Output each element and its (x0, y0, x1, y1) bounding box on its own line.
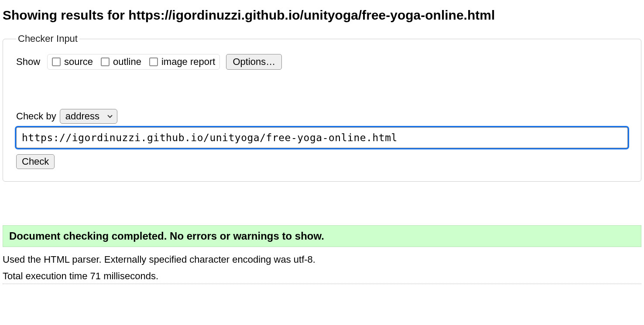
show-label: Show (16, 56, 40, 68)
page-title: Showing results for https://igordinuzzi.… (3, 8, 641, 23)
checkbox-source[interactable]: source (52, 56, 93, 68)
success-message: Document checking completed. No errors o… (3, 225, 641, 247)
checkbox-outline-label: outline (113, 56, 141, 68)
checker-input-fieldset: Checker Input Show source outline image … (3, 33, 641, 182)
checker-input-legend: Checker Input (16, 33, 79, 44)
checkbox-image-report-label: image report (161, 56, 216, 68)
check-button[interactable]: Check (16, 154, 55, 169)
checkbox-outline[interactable]: outline (101, 56, 141, 68)
checkbox-icon (101, 58, 110, 66)
divider (3, 284, 641, 284)
check-by-label: Check by (16, 111, 56, 122)
checkbox-source-label: source (64, 56, 93, 68)
checkbox-image-report[interactable]: image report (149, 56, 216, 68)
check-by-selected-value: address (65, 111, 99, 122)
check-by-row: Check by address (16, 109, 628, 124)
check-by-select[interactable]: address (60, 109, 117, 124)
show-row: Show source outline image report Options… (16, 54, 628, 70)
checkbox-icon (149, 58, 158, 66)
parser-info: Used the HTML parser. Externally specifi… (3, 254, 641, 265)
show-options-group: source outline image report (47, 54, 220, 70)
chevron-down-icon (107, 114, 113, 119)
options-button[interactable]: Options… (226, 54, 282, 70)
checkbox-icon (52, 58, 61, 66)
url-input[interactable] (16, 127, 628, 148)
execution-time: Total execution time 71 milliseconds. (3, 271, 641, 282)
